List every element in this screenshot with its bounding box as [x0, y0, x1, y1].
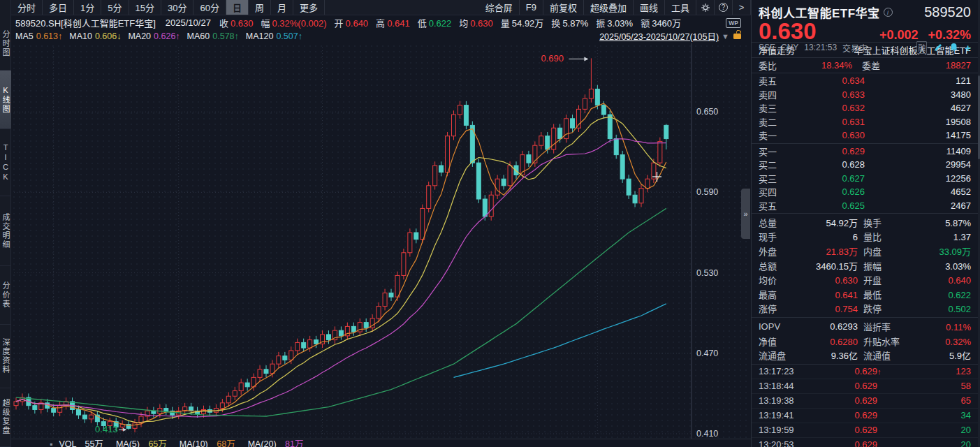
- candle-body: [264, 369, 268, 374]
- tool-F9[interactable]: F9: [520, 0, 543, 15]
- stat-value: 0.622: [948, 290, 971, 300]
- period-tab-月[interactable]: 月: [271, 0, 293, 15]
- sidebar-item-5[interactable]: 深度资料: [0, 325, 11, 388]
- sidebar-item-0[interactable]: 分时图: [0, 18, 11, 71]
- info-icon[interactable]: i: [884, 8, 893, 17]
- field-开: 开0.640: [335, 16, 369, 29]
- kline-chart-area[interactable]: 0.6500.5900.5300.4700.4100.6900.413: [11, 43, 751, 439]
- candle-body: [82, 415, 87, 419]
- tool-综合屏[interactable]: 综合屏: [479, 0, 520, 15]
- order-label: 卖四: [759, 88, 788, 101]
- margin-badge-icon[interactable]: 融: [916, 41, 927, 54]
- sidebar-item-3[interactable]: 成交明细: [0, 196, 11, 266]
- bid-row[interactable]: 买三0.62712256: [752, 172, 978, 186]
- period-tab-30分[interactable]: 30分: [161, 0, 193, 15]
- tick-time: 13:17:23: [759, 366, 814, 376]
- ma-value: 0.613↑: [36, 31, 63, 41]
- weicha-value: 18827: [946, 60, 971, 71]
- volume-marker-icon[interactable]: ▪: [50, 439, 52, 447]
- sidebar-item-2[interactable]: TICK: [0, 129, 11, 196]
- date-range-label[interactable]: 2025/05/23-2025/10/27(105日): [599, 29, 719, 43]
- unlock-icon[interactable]: [733, 34, 741, 39]
- sidebar-item-4[interactable]: 分价表: [0, 266, 11, 325]
- vol-legend-value: 65万: [148, 439, 166, 447]
- stat-label: 振幅: [863, 259, 882, 272]
- tick-row: 13:20:530.62920: [752, 438, 978, 447]
- tool-工具[interactable]: 工具: [665, 0, 696, 15]
- candle-body: [489, 195, 493, 217]
- sidebar-item-kline[interactable]: K线图: [0, 71, 11, 129]
- field-幅: 幅0.32%(0.002): [261, 16, 326, 29]
- bell-icon[interactable]: [949, 43, 958, 52]
- stat-row: 总额3460.15万振幅3.03%: [752, 258, 978, 273]
- gear-icon[interactable]: [696, 0, 715, 15]
- instrument-code: 589520: [924, 4, 971, 20]
- order-label: 卖三: [759, 101, 788, 115]
- ask-row[interactable]: 卖五0.634121: [752, 74, 978, 88]
- period-tab-1分[interactable]: 1分: [74, 0, 101, 15]
- period-tab-15分[interactable]: 15分: [129, 0, 161, 15]
- weibi-row: 委比 18.34% 委差 18827: [752, 57, 978, 73]
- tool-画线[interactable]: 画线: [634, 0, 665, 15]
- field-低: 低0.622: [418, 16, 452, 29]
- period-tab-周[interactable]: 周: [249, 0, 271, 15]
- bid-row[interactable]: 买一0.62911409: [752, 145, 978, 159]
- ma-name: MA20: [128, 31, 151, 41]
- tick-row: 13:19:590.62920: [752, 423, 978, 438]
- candle-body: [164, 409, 168, 411]
- ask-row[interactable]: 卖二0.63119508: [752, 115, 978, 129]
- tick-list[interactable]: 13:17:230.629↑12313:18:440.6295813:19:38…: [752, 364, 978, 447]
- bid-row[interactable]: 买五0.6252467: [752, 199, 978, 213]
- period-tab-日[interactable]: 日: [226, 0, 249, 15]
- tick-arrow-icon: ↑: [877, 367, 886, 376]
- candle-body: [627, 179, 631, 195]
- ask-row[interactable]: 卖四0.6333480: [752, 88, 978, 102]
- period-tab-分时[interactable]: 分时: [11, 0, 43, 15]
- sidebar-item-6[interactable]: 超级复盘: [0, 388, 11, 447]
- tick-time: 13:19:41: [759, 410, 814, 420]
- stat-label: 总量: [759, 216, 777, 229]
- candle-body: [339, 330, 343, 336]
- tick-row: 13:19:380.62965: [752, 394, 978, 409]
- candle-body: [77, 409, 81, 415]
- stat-label: 跌停: [863, 302, 882, 315]
- period-tab-5分[interactable]: 5分: [101, 0, 129, 15]
- stat-value: 0.6280: [830, 337, 858, 347]
- kline-chart[interactable]: 0.6500.5900.5300.4700.4100.6900.413: [11, 43, 751, 439]
- wp-mini-window-icon[interactable]: WP: [726, 18, 741, 28]
- candle-body: [427, 186, 431, 209]
- ma-legend-item-MA120: MA1200.507↑: [246, 31, 302, 41]
- period-tab-60分[interactable]: 60分: [193, 0, 226, 15]
- candle-body: [58, 406, 62, 413]
- order-label: 买一: [759, 145, 788, 158]
- stat-value: 5.9亿: [949, 349, 971, 362]
- ma-name: MA10: [69, 31, 92, 41]
- field-换: 换5.87%: [551, 16, 588, 29]
- chevron-right-icon[interactable]: >: [733, 0, 751, 15]
- chevron-down-icon[interactable]: ▼: [722, 32, 729, 41]
- candle-body: [376, 307, 381, 318]
- tool-超级叠加[interactable]: 超级叠加: [584, 0, 634, 15]
- ask-row[interactable]: 卖一0.63014175: [752, 129, 978, 142]
- field-label: 均: [459, 18, 468, 29]
- period-toolbar: 分时多日1分5分15分30分60分日周月更多综合屏F9前复权超级叠加画线工具?>: [11, 0, 751, 15]
- ask-row[interactable]: 卖三0.6324627: [752, 101, 978, 115]
- stat-label: 流通盘: [759, 349, 786, 362]
- period-tab-多日[interactable]: 多日: [43, 0, 74, 15]
- add-to-watchlist-icon[interactable]: +: [965, 42, 971, 54]
- candle-body: [601, 105, 606, 115]
- stat-row: IOPV0.6293溢折率0.11%: [752, 319, 978, 334]
- ma-name: MA60: [187, 31, 210, 41]
- bid-row[interactable]: 买二0.62829954: [752, 158, 978, 172]
- panel-collapse-handle[interactable]: »: [741, 189, 750, 239]
- field-量: 量54.92万: [501, 16, 544, 29]
- candle-body: [220, 403, 224, 409]
- pencil-icon[interactable]: [933, 43, 943, 52]
- stat-label: 流通值: [863, 349, 891, 362]
- help-icon[interactable]: ?: [715, 0, 733, 15]
- stat-cell-净值: 净值0.6280: [759, 335, 863, 348]
- bid-row[interactable]: 买四0.6264652: [752, 185, 978, 199]
- tool-前复权[interactable]: 前复权: [543, 0, 584, 15]
- period-tab-更多[interactable]: 更多: [293, 0, 325, 15]
- stat-cell-总额: 总额3460.15万: [759, 259, 863, 272]
